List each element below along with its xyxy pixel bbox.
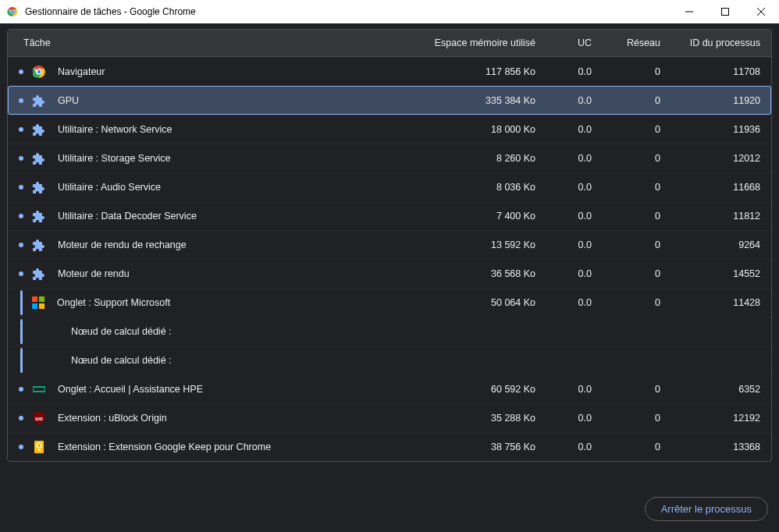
memory-value: 36 568 Ko: [403, 268, 535, 279]
task-name: Extension : Extension Google Keep pour C…: [53, 442, 403, 452]
maximize-button[interactable]: [707, 0, 743, 23]
network-value: 0: [592, 413, 660, 424]
table-row[interactable]: Utilitaire : Audio Service8 036 Ko0.0011…: [8, 172, 771, 201]
window-title: Gestionnaire de tâches - Google Chrome: [25, 6, 196, 17]
table-row[interactable]: Utilitaire : Network Service18 000 Ko0.0…: [8, 115, 771, 144]
tree-indicator: [20, 319, 23, 344]
row-bullet: [19, 445, 23, 449]
table-row[interactable]: Navigateur117 856 Ko0.0011708: [8, 57, 771, 86]
pid-value: 13368: [660, 442, 760, 452]
task-name: Onglet : Support Microsoft: [52, 297, 403, 308]
memory-value: 50 064 Ko: [403, 297, 535, 308]
network-value: 0: [592, 182, 660, 193]
task-name: Utilitaire : Network Service: [53, 124, 403, 135]
tree-indicator: [20, 290, 23, 315]
table-row[interactable]: Extension : Extension Google Keep pour C…: [8, 432, 771, 461]
memory-value: 60 592 Ko: [403, 384, 535, 395]
puzzle-icon: [33, 152, 45, 165]
row-bullet: [19, 156, 23, 161]
memory-value: 18 000 Ko: [403, 124, 535, 135]
table-row[interactable]: Onglet : Support Microsoft50 064 Ko0.001…: [8, 288, 771, 317]
row-bullet: [19, 271, 23, 276]
network-value: 0: [592, 268, 660, 279]
cpu-value: 0.0: [535, 211, 592, 222]
col-header-memory[interactable]: Espace mémoire utilisé: [403, 37, 535, 48]
keep-icon: [33, 441, 45, 453]
network-value: 0: [592, 384, 660, 395]
svg-point-2: [11, 10, 14, 13]
close-button[interactable]: [743, 0, 779, 23]
network-value: 0: [592, 66, 660, 77]
puzzle-icon: [33, 210, 45, 222]
hpe-icon: [33, 383, 45, 395]
table-header: Tâche Espace mémoire utilisé UC Réseau I…: [8, 30, 771, 57]
task-name: Utilitaire : Data Decoder Service: [53, 211, 403, 222]
row-bullet: [19, 69, 23, 74]
pid-value: 11812: [660, 211, 760, 222]
table-row[interactable]: GPU335 384 Ko0.0011920: [8, 86, 771, 115]
row-bullet: [19, 98, 23, 103]
task-name: Moteur de rendu: [53, 268, 403, 279]
pid-value: 14552: [660, 268, 760, 279]
pid-value: 12012: [660, 153, 760, 164]
ms-icon: [32, 296, 44, 309]
task-name: Moteur de rendu de rechange: [53, 239, 403, 250]
puzzle-icon: [33, 181, 45, 193]
task-table: Tâche Espace mémoire utilisé UC Réseau I…: [7, 29, 772, 462]
table-row[interactable]: Utilitaire : Data Decoder Service7 400 K…: [8, 201, 771, 230]
task-name: Nœud de calcul dédié :: [66, 355, 403, 366]
task-name: Nœud de calcul dédié :: [66, 326, 403, 337]
row-bullet: [19, 185, 23, 190]
cpu-value: 0.0: [535, 268, 592, 279]
cpu-value: 0.0: [535, 182, 592, 193]
task-name: Utilitaire : Audio Service: [53, 182, 403, 193]
table-row[interactable]: Moteur de rendu de rechange13 592 Ko0.00…: [8, 230, 771, 259]
pid-value: 11936: [660, 124, 760, 135]
memory-value: 35 288 Ko: [403, 413, 535, 424]
minimize-button[interactable]: [671, 0, 707, 23]
table-row[interactable]: Nœud de calcul dédié :: [8, 346, 771, 374]
cpu-value: 0.0: [535, 384, 592, 395]
network-value: 0: [592, 297, 660, 308]
puzzle-icon: [33, 94, 45, 107]
cpu-value: 0.0: [535, 95, 592, 106]
titlebar-left: Gestionnaire de tâches - Google Chrome: [6, 5, 196, 18]
pid-value: 11920: [660, 95, 760, 106]
window-controls: [671, 0, 779, 23]
row-bullet: [19, 214, 23, 218]
cpu-value: 0.0: [535, 413, 592, 424]
col-header-pid[interactable]: ID du processus: [660, 37, 760, 48]
network-value: 0: [592, 211, 660, 222]
task-name: Utilitaire : Storage Service: [53, 153, 403, 164]
memory-value: 7 400 Ko: [403, 211, 535, 222]
network-value: 0: [592, 95, 660, 106]
tree-indicator: [20, 348, 23, 373]
pid-value: 11708: [660, 66, 760, 77]
table-row[interactable]: Utilitaire : Storage Service8 260 Ko0.00…: [8, 144, 771, 172]
task-name: GPU: [53, 95, 403, 106]
pid-value: 9264: [660, 239, 760, 250]
pid-value: 11428: [660, 297, 760, 308]
col-header-task[interactable]: Tâche: [19, 37, 403, 48]
puzzle-icon: [33, 268, 45, 280]
pid-value: 11668: [660, 182, 760, 193]
task-name: Extension : uBlock Origin: [53, 413, 403, 424]
table-row[interactable]: Extension : uBlock Origin35 288 Ko0.0012…: [8, 403, 771, 432]
cpu-value: 0.0: [535, 442, 592, 452]
row-bullet: [19, 243, 23, 247]
task-name: Navigateur: [53, 66, 403, 77]
col-header-network[interactable]: Réseau: [592, 37, 660, 48]
ublock-icon: [33, 412, 45, 424]
col-header-cpu[interactable]: UC: [535, 37, 592, 48]
none-icon: [46, 325, 59, 338]
network-value: 0: [592, 239, 660, 250]
network-value: 0: [592, 124, 660, 135]
table-row[interactable]: Moteur de rendu36 568 Ko0.0014552: [8, 259, 771, 288]
row-bullet: [19, 416, 23, 420]
table-row[interactable]: Nœud de calcul dédié :: [8, 317, 771, 346]
memory-value: 13 592 Ko: [403, 239, 535, 250]
table-row[interactable]: Onglet : Accueil | Assistance HPE60 592 …: [8, 374, 771, 403]
row-bullet: [19, 127, 23, 132]
end-process-button[interactable]: Arrêter le processus: [645, 497, 768, 521]
memory-value: 335 384 Ko: [403, 95, 535, 106]
